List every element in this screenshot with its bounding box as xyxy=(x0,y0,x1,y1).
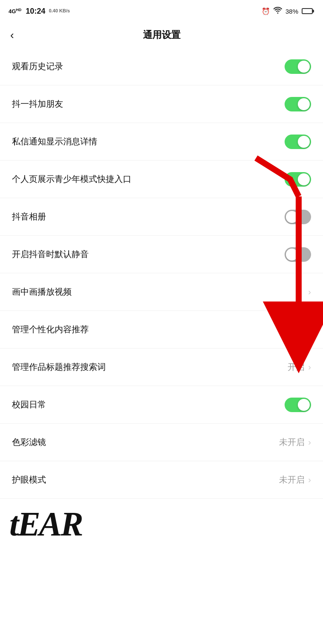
toggle-thumb-douyin-album xyxy=(286,211,298,223)
settings-list: 观看历史记录抖一抖加朋友私信通知显示消息详情个人页展示青少年模式快捷入口抖音相册… xyxy=(0,48,323,499)
speed-display: 0.40 KB/s xyxy=(49,8,70,14)
status-right: ⏰ 38% xyxy=(262,7,313,15)
alarm-icon: ⏰ xyxy=(262,7,270,15)
settings-right-manage-personalized: › xyxy=(308,325,311,334)
toggle-watch-history[interactable] xyxy=(285,59,311,74)
settings-item-default-mute[interactable]: 开启抖音时默认静音 xyxy=(0,236,323,273)
status-left: 4GHD 10:24 0.40 KB/s xyxy=(9,7,70,16)
toggle-default-mute[interactable] xyxy=(285,247,311,262)
settings-item-title-search-recommend[interactable]: 管理作品标题推荐搜索词开启› xyxy=(0,348,323,386)
chevron-icon-title-search-recommend: › xyxy=(308,362,311,372)
settings-label-picture-in-picture: 画中画播放视频 xyxy=(12,286,72,298)
settings-item-douyin-album[interactable]: 抖音相册 xyxy=(0,198,323,236)
settings-label-default-mute: 开启抖音时默认静音 xyxy=(12,249,89,260)
settings-item-watch-history[interactable]: 观看历史记录 xyxy=(0,48,323,85)
settings-value-title-search-recommend: 开启 xyxy=(288,361,305,373)
chevron-icon-color-filter: › xyxy=(308,437,311,447)
settings-label-manage-personalized: 管理个性化内容推荐 xyxy=(12,324,89,335)
settings-item-youth-mode-shortcut[interactable]: 个人页展示青少年模式快捷入口 xyxy=(0,161,323,198)
settings-label-color-filter: 色彩滤镜 xyxy=(12,436,46,448)
settings-value-eye-protection: 未开启 xyxy=(279,474,305,486)
tear-label: tEAR xyxy=(9,505,82,544)
settings-item-campus-daily[interactable]: 校园日常 xyxy=(0,386,323,424)
toggle-thumb-youth-mode-shortcut xyxy=(298,173,310,185)
settings-item-manage-personalized[interactable]: 管理个性化内容推荐› xyxy=(0,311,323,348)
settings-label-watch-history: 观看历史记录 xyxy=(12,61,63,72)
settings-right-picture-in-picture: › xyxy=(308,287,311,297)
settings-label-youth-mode-shortcut: 个人页展示青少年模式快捷入口 xyxy=(12,173,131,185)
settings-label-eye-protection: 护眼模式 xyxy=(12,474,46,486)
network-indicator: 4GHD xyxy=(9,8,21,15)
wifi-icon xyxy=(274,7,282,15)
toggle-youth-mode-shortcut[interactable] xyxy=(285,172,311,187)
status-bar: 4GHD 10:24 0.40 KB/s ⏰ 38% xyxy=(0,0,323,22)
settings-label-shake-add-friend: 抖一抖加朋友 xyxy=(12,98,63,110)
settings-right-color-filter: 未开启› xyxy=(279,436,311,448)
settings-right-shake-add-friend xyxy=(285,97,311,111)
settings-right-title-search-recommend: 开启› xyxy=(288,361,311,373)
settings-right-dm-notification-detail xyxy=(285,135,311,149)
settings-right-youth-mode-shortcut xyxy=(285,172,311,187)
chevron-icon-manage-personalized: › xyxy=(308,325,311,334)
toggle-dm-notification-detail[interactable] xyxy=(285,135,311,149)
settings-item-picture-in-picture[interactable]: 画中画播放视频› xyxy=(0,273,323,311)
battery-percent: 38% xyxy=(285,8,298,15)
settings-item-color-filter[interactable]: 色彩滤镜未开启› xyxy=(0,424,323,461)
page-title: 通用设置 xyxy=(143,29,180,41)
settings-item-dm-notification-detail[interactable]: 私信通知显示消息详情 xyxy=(0,123,323,161)
toggle-thumb-dm-notification-detail xyxy=(298,136,310,148)
toggle-douyin-album[interactable] xyxy=(285,210,311,224)
toggle-thumb-shake-add-friend xyxy=(298,98,310,110)
settings-label-douyin-album: 抖音相册 xyxy=(12,211,46,222)
time-display: 10:24 xyxy=(26,7,45,16)
settings-right-default-mute xyxy=(285,247,311,262)
chevron-icon-picture-in-picture: › xyxy=(308,287,311,297)
toggle-thumb-default-mute xyxy=(286,249,298,261)
back-button[interactable]: ‹ xyxy=(10,28,17,42)
settings-right-watch-history xyxy=(285,59,311,74)
toggle-shake-add-friend[interactable] xyxy=(285,97,311,111)
header: ‹ 通用设置 xyxy=(0,22,323,48)
battery-icon xyxy=(302,8,313,14)
settings-item-eye-protection[interactable]: 护眼模式未开启› xyxy=(0,461,323,499)
chevron-icon-eye-protection: › xyxy=(308,475,311,485)
toggle-thumb-watch-history xyxy=(298,61,310,73)
settings-label-dm-notification-detail: 私信通知显示消息详情 xyxy=(12,136,97,147)
settings-value-color-filter: 未开启 xyxy=(279,436,305,448)
settings-label-title-search-recommend: 管理作品标题推荐搜索词 xyxy=(12,361,106,373)
toggle-thumb-campus-daily xyxy=(298,399,310,411)
settings-item-shake-add-friend[interactable]: 抖一抖加朋友 xyxy=(0,85,323,123)
toggle-campus-daily[interactable] xyxy=(285,398,311,412)
settings-right-eye-protection: 未开启› xyxy=(279,474,311,486)
settings-label-campus-daily: 校园日常 xyxy=(12,399,46,410)
settings-right-douyin-album xyxy=(285,210,311,224)
settings-right-campus-daily xyxy=(285,398,311,412)
